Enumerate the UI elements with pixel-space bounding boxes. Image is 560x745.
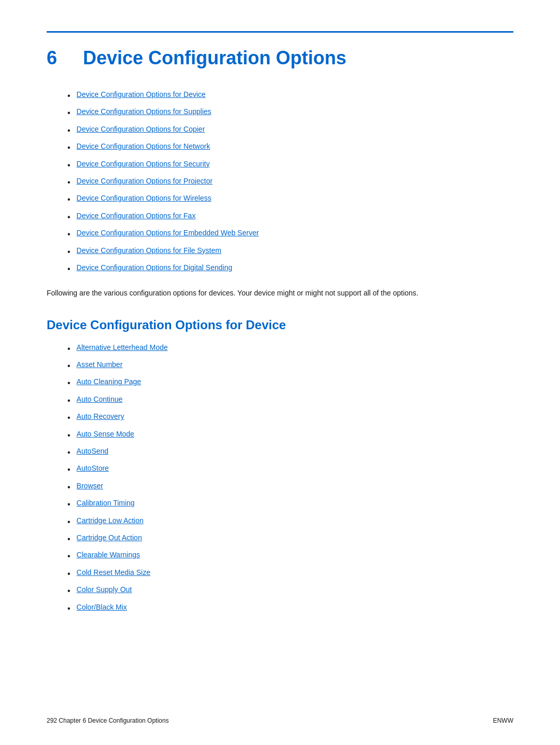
- bullet-icon: •: [67, 107, 71, 119]
- list-item: •Cartridge Out Action: [67, 533, 513, 545]
- item-link[interactable]: Color Supply Out: [77, 585, 132, 595]
- bullet-icon: •: [67, 194, 71, 205]
- header-rule: [47, 31, 513, 33]
- item-link[interactable]: Alternative Letterhead Mode: [77, 343, 168, 353]
- item-link[interactable]: Color/Black Mix: [77, 602, 127, 613]
- bullet-icon: •: [67, 377, 71, 389]
- toc-list-item: •Device Configuration Options for Projec…: [67, 176, 513, 188]
- bullet-icon: •: [67, 430, 71, 441]
- bullet-icon: •: [67, 142, 71, 153]
- list-item: •Asset Number: [67, 360, 513, 372]
- toc-link[interactable]: Device Configuration Options for Project…: [77, 176, 213, 187]
- bullet-icon: •: [67, 447, 71, 458]
- toc-list-item: •Device Configuration Options for File S…: [67, 246, 513, 258]
- footer-right: ENWW: [493, 717, 513, 724]
- chapter-header: 6 Device Configuration Options: [47, 47, 513, 69]
- list-item: •Clearable Warnings: [67, 550, 513, 562]
- bullet-icon: •: [67, 90, 71, 102]
- page-footer: 292 Chapter 6 Device Configuration Optio…: [47, 717, 513, 724]
- toc-list-item: •Device Configuration Options for Fax: [67, 211, 513, 223]
- bullet-icon: •: [67, 603, 71, 614]
- toc-link[interactable]: Device Configuration Options for Embedde…: [77, 228, 259, 238]
- toc-list-item: •Device Configuration Options for Digita…: [67, 263, 513, 275]
- bullet-icon: •: [67, 516, 71, 528]
- chapter-title: Device Configuration Options: [83, 47, 346, 69]
- list-item: •AutoStore: [67, 463, 513, 475]
- item-link[interactable]: Auto Sense Mode: [77, 429, 134, 440]
- toc-link[interactable]: Device Configuration Options for Network: [77, 142, 211, 152]
- list-item: •Cartridge Low Action: [67, 516, 513, 528]
- list-item: •Alternative Letterhead Mode: [67, 343, 513, 355]
- toc-link[interactable]: Device Configuration Options for Securit…: [77, 159, 210, 170]
- bullet-icon: •: [67, 533, 71, 545]
- list-item: •Auto Recovery: [67, 412, 513, 424]
- toc-list-item: •Device Configuration Options for Networ…: [67, 142, 513, 153]
- list-item: •Cold Reset Media Size: [67, 568, 513, 580]
- bullet-icon: •: [67, 160, 71, 171]
- toc-list-item: •Device Configuration Options for Suppli…: [67, 107, 513, 119]
- list-item: •Auto Cleaning Page: [67, 377, 513, 389]
- list-item: •Auto Sense Mode: [67, 429, 513, 441]
- item-link[interactable]: Asset Number: [77, 360, 123, 370]
- bullet-icon: •: [67, 263, 71, 275]
- bullet-icon: •: [67, 177, 71, 188]
- list-item: •Calibration Timing: [67, 498, 513, 510]
- toc-list-item: •Device Configuration Options for Copier: [67, 124, 513, 136]
- item-link[interactable]: Auto Cleaning Page: [77, 377, 142, 387]
- item-link[interactable]: Auto Recovery: [77, 412, 124, 422]
- bullet-icon: •: [67, 343, 71, 355]
- toc-link[interactable]: Device Configuration Options for Fax: [77, 211, 196, 221]
- bullet-icon: •: [67, 499, 71, 510]
- item-link[interactable]: Cartridge Low Action: [77, 516, 144, 526]
- section-heading: Device Configuration Options for Device: [47, 318, 513, 332]
- toc-link[interactable]: Device Configuration Options for Digital…: [77, 263, 232, 273]
- item-link[interactable]: Clearable Warnings: [77, 550, 140, 560]
- bullet-icon: •: [67, 229, 71, 240]
- item-link[interactable]: AutoSend: [77, 446, 109, 457]
- toc-link[interactable]: Device Configuration Options for Copier: [77, 124, 205, 135]
- bullet-icon: •: [67, 212, 71, 223]
- item-link[interactable]: AutoStore: [77, 463, 109, 474]
- toc-list-item: •Device Configuration Options for Device: [67, 90, 513, 102]
- list-item: •Color/Black Mix: [67, 602, 513, 614]
- footer-left: 292 Chapter 6 Device Configuration Optio…: [47, 717, 169, 724]
- bullet-icon: •: [67, 551, 71, 562]
- bullet-icon: •: [67, 568, 71, 580]
- item-link[interactable]: Cold Reset Media Size: [77, 568, 150, 578]
- toc-list-item: •Device Configuration Options for Wirele…: [67, 193, 513, 205]
- toc-list-item: •Device Configuration Options for Securi…: [67, 159, 513, 171]
- bullet-icon: •: [67, 585, 71, 597]
- toc-list: •Device Configuration Options for Device…: [67, 90, 513, 275]
- intro-text: Following are the various configuration …: [47, 287, 472, 299]
- list-item: •Browser: [67, 481, 513, 493]
- bullet-icon: •: [67, 395, 71, 406]
- toc-link[interactable]: Device Configuration Options for Device: [77, 90, 206, 100]
- list-item: •AutoSend: [67, 446, 513, 458]
- item-list: •Alternative Letterhead Mode•Asset Numbe…: [67, 343, 513, 614]
- item-link[interactable]: Cartridge Out Action: [77, 533, 142, 543]
- toc-link[interactable]: Device Configuration Options for Supplie…: [77, 107, 212, 117]
- item-link[interactable]: Browser: [77, 481, 103, 491]
- list-item: •Auto Continue: [67, 395, 513, 406]
- bullet-icon: •: [67, 412, 71, 424]
- bullet-icon: •: [67, 246, 71, 258]
- bullet-icon: •: [67, 482, 71, 493]
- toc-link[interactable]: Device Configuration Options for Wireles…: [77, 193, 212, 204]
- item-link[interactable]: Calibration Timing: [77, 498, 135, 509]
- bullet-icon: •: [67, 125, 71, 136]
- toc-link[interactable]: Device Configuration Options for File Sy…: [77, 246, 221, 256]
- toc-list-item: •Device Configuration Options for Embedd…: [67, 228, 513, 240]
- item-link[interactable]: Auto Continue: [77, 395, 123, 405]
- bullet-icon: •: [67, 464, 71, 475]
- chapter-number: 6: [47, 47, 73, 69]
- list-item: •Color Supply Out: [67, 585, 513, 597]
- bullet-icon: •: [67, 360, 71, 372]
